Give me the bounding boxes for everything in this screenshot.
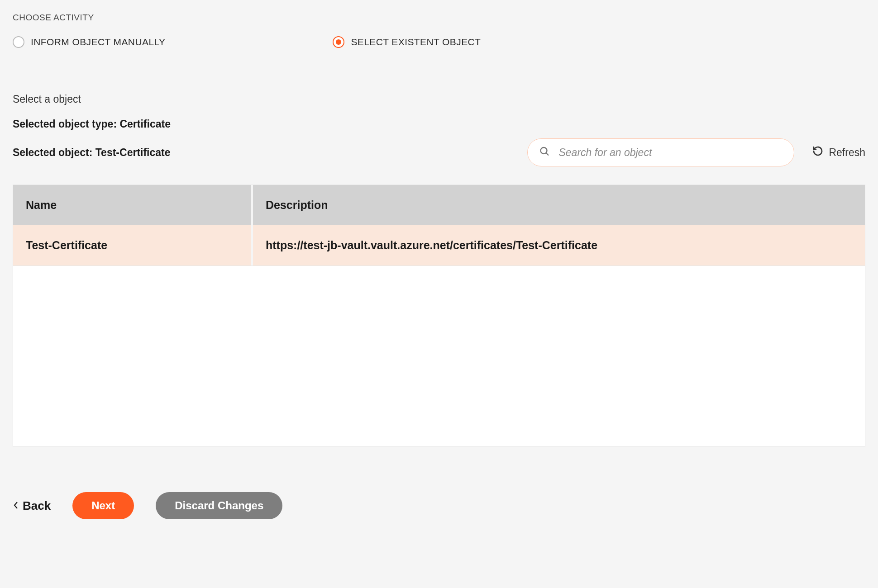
table-body: Test-Certificate https://test-jb-vault.v… bbox=[13, 225, 865, 446]
selected-object-value: Test-Certificate bbox=[95, 147, 171, 158]
radio-inform-manually[interactable]: INFORM OBJECT MANUALLY bbox=[13, 36, 165, 48]
cell-name: Test-Certificate bbox=[13, 225, 253, 266]
search-wrapper bbox=[527, 138, 794, 166]
svg-point-0 bbox=[541, 147, 547, 154]
radio-label: INFORM OBJECT MANUALLY bbox=[31, 37, 165, 47]
table-row[interactable]: Test-Certificate https://test-jb-vault.v… bbox=[13, 225, 865, 266]
selected-type-prefix: Selected object type: bbox=[13, 118, 119, 130]
refresh-button[interactable]: Refresh bbox=[812, 146, 865, 159]
choose-activity-label: CHOOSE ACTIVITY bbox=[13, 13, 865, 23]
column-header-description: Description bbox=[253, 185, 865, 225]
next-button[interactable]: Next bbox=[72, 492, 134, 519]
radio-select-existent[interactable]: SELECT EXISTENT OBJECT bbox=[333, 36, 481, 48]
selected-object-prefix: Selected object: bbox=[13, 147, 95, 158]
selected-object: Selected object: Test-Certificate bbox=[13, 147, 171, 159]
select-object-prompt: Select a object bbox=[13, 93, 865, 105]
table-header: Name Description bbox=[13, 185, 865, 225]
discard-changes-button[interactable]: Discard Changes bbox=[156, 492, 282, 519]
activity-radio-group: INFORM OBJECT MANUALLY SELECT EXISTENT O… bbox=[13, 36, 865, 48]
search-input[interactable] bbox=[527, 138, 794, 166]
radio-label: SELECT EXISTENT OBJECT bbox=[351, 37, 481, 47]
cell-description: https://test-jb-vault.vault.azure.net/ce… bbox=[253, 225, 865, 266]
search-icon bbox=[539, 146, 550, 159]
objects-table: Name Description Test-Certificate https:… bbox=[13, 185, 865, 447]
footer-actions: Back Next Discard Changes bbox=[13, 492, 865, 519]
refresh-icon bbox=[812, 146, 823, 159]
radio-circle-icon bbox=[13, 36, 24, 48]
refresh-label: Refresh bbox=[829, 147, 865, 159]
column-header-name: Name bbox=[13, 185, 253, 225]
back-button[interactable]: Back bbox=[13, 499, 51, 513]
selected-type-value: Certificate bbox=[119, 118, 170, 130]
selected-object-type: Selected object type: Certificate bbox=[13, 118, 865, 130]
radio-circle-icon bbox=[333, 36, 344, 48]
chevron-left-icon bbox=[13, 499, 19, 513]
radio-dot-icon bbox=[336, 39, 341, 45]
back-label: Back bbox=[23, 499, 51, 513]
svg-line-1 bbox=[546, 153, 549, 156]
